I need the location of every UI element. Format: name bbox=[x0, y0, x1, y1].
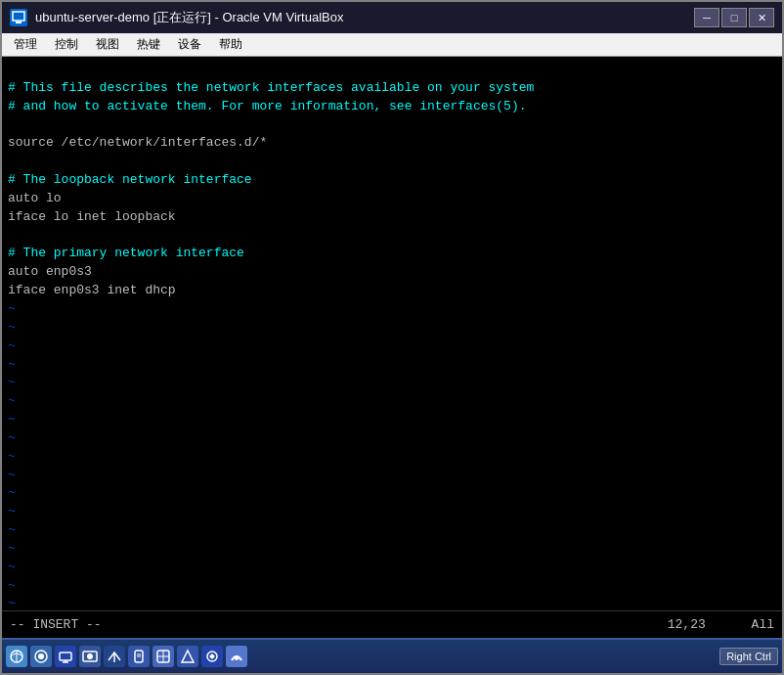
taskbar-icon-4[interactable] bbox=[79, 646, 101, 667]
line-1: # This file describes the network interf… bbox=[8, 80, 534, 95]
status-bar: -- INSERT -- 12,23 All bbox=[2, 610, 782, 638]
menu-view[interactable]: 视图 bbox=[88, 34, 127, 55]
line-8: iface lo inet loopback bbox=[8, 209, 176, 224]
tilde-7: ~ bbox=[8, 412, 16, 427]
taskbar-icon-1[interactable] bbox=[6, 646, 27, 667]
right-ctrl-label: Right Ctrl bbox=[719, 648, 778, 665]
window-title: ubuntu-server-demo [正在运行] - Oracle VM Vi… bbox=[35, 9, 686, 26]
menu-control[interactable]: 控制 bbox=[47, 34, 86, 55]
svg-rect-7 bbox=[60, 652, 71, 660]
tilde-17: ~ bbox=[8, 596, 16, 610]
title-bar: ubuntu-server-demo [正在运行] - Oracle VM Vi… bbox=[2, 2, 782, 33]
menu-bar: 管理 控制 视图 热键 设备 帮助 bbox=[2, 33, 782, 57]
tilde-10: ~ bbox=[8, 468, 16, 482]
taskbar-icon-2[interactable] bbox=[30, 646, 52, 667]
window-controls: ─ □ ✕ bbox=[694, 8, 774, 27]
tilde-16: ~ bbox=[8, 578, 16, 593]
tilde-6: ~ bbox=[8, 393, 16, 408]
terminal-content: # This file describes the network interf… bbox=[8, 61, 776, 610]
tilde-12: ~ bbox=[8, 504, 16, 518]
svg-point-11 bbox=[87, 653, 93, 659]
line-7: auto lo bbox=[8, 191, 62, 205]
svg-point-5 bbox=[38, 653, 44, 659]
taskbar-icon-3[interactable] bbox=[55, 646, 76, 667]
line-10: # The primary network interface bbox=[8, 246, 244, 260]
menu-help[interactable]: 帮助 bbox=[211, 34, 250, 55]
menu-device[interactable]: 设备 bbox=[170, 34, 209, 55]
menu-hotkey[interactable]: 热键 bbox=[129, 34, 168, 55]
line-4: source /etc/network/interfaces.d/* bbox=[8, 135, 267, 150]
tilde-5: ~ bbox=[8, 375, 16, 389]
taskbar-icon-8[interactable] bbox=[177, 646, 198, 667]
line-12: iface enp0s3 inet dhcp bbox=[8, 283, 176, 297]
vim-mode: -- INSERT -- bbox=[10, 617, 668, 632]
taskbar-icons bbox=[6, 646, 716, 667]
minimize-button[interactable]: ─ bbox=[694, 8, 719, 27]
tilde-3: ~ bbox=[8, 338, 16, 353]
cursor-position: 12,23 All bbox=[668, 617, 774, 632]
tilde-15: ~ bbox=[8, 560, 16, 574]
tilde-4: ~ bbox=[8, 357, 16, 372]
taskbar-right: Right Ctrl bbox=[719, 648, 778, 665]
line-2: # and how to activate them. For more inf… bbox=[8, 99, 527, 113]
maximize-button[interactable]: □ bbox=[721, 8, 747, 27]
taskbar-icon-7[interactable] bbox=[152, 646, 174, 667]
tilde-14: ~ bbox=[8, 541, 16, 556]
tilde-2: ~ bbox=[8, 320, 16, 335]
terminal-area[interactable]: # This file describes the network interf… bbox=[2, 57, 782, 610]
taskbar-icon-5[interactable] bbox=[104, 646, 125, 667]
menu-manage[interactable]: 管理 bbox=[6, 34, 45, 55]
svg-rect-2 bbox=[16, 22, 22, 23]
tilde-13: ~ bbox=[8, 522, 16, 537]
svg-marker-19 bbox=[182, 651, 194, 662]
taskbar-icon-10[interactable] bbox=[226, 646, 247, 667]
close-button[interactable]: ✕ bbox=[749, 8, 774, 27]
tilde-11: ~ bbox=[8, 485, 16, 500]
tilde-1: ~ bbox=[8, 301, 16, 316]
taskbar-icon-9[interactable] bbox=[201, 646, 223, 667]
taskbar: Right Ctrl bbox=[2, 638, 782, 673]
virtualbox-window: ubuntu-server-demo [正在运行] - Oracle VM Vi… bbox=[0, 0, 784, 675]
tilde-9: ~ bbox=[8, 449, 16, 464]
svg-point-21 bbox=[235, 656, 239, 660]
line-6: # The loopback network interface bbox=[8, 172, 252, 187]
line-11: auto enp0s3 bbox=[8, 264, 92, 279]
taskbar-icon-6[interactable] bbox=[128, 646, 150, 667]
app-icon bbox=[10, 9, 27, 26]
tilde-8: ~ bbox=[8, 430, 16, 445]
